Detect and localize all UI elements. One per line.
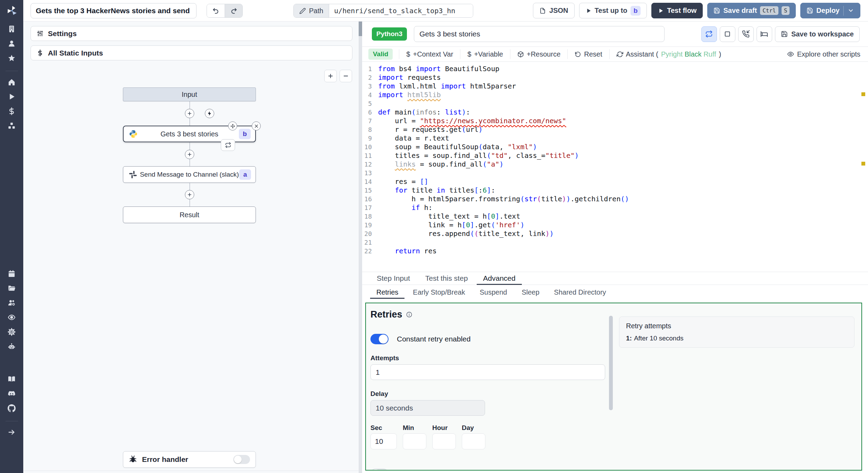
code-line[interactable]: 4import html5lib: [362, 91, 868, 99]
early-stop-button[interactable]: [720, 26, 735, 42]
zoom-in-button[interactable]: [324, 70, 337, 82]
add-context-var-button[interactable]: $ +Context Var: [399, 49, 460, 59]
exponential-backoff-toggle[interactable]: [370, 468, 389, 471]
add-variable-button[interactable]: $ +Variable: [460, 49, 510, 59]
delete-step-button[interactable]: [252, 121, 261, 130]
line-number: 20: [362, 229, 378, 238]
path-input[interactable]: [329, 4, 473, 17]
json-button[interactable]: JSON: [533, 3, 574, 18]
subtab-retries[interactable]: Retries: [369, 285, 406, 299]
windmill-logo[interactable]: [0, 0, 23, 22]
path-label[interactable]: Path: [294, 4, 329, 17]
discord-icon[interactable]: [8, 390, 16, 398]
code-line[interactable]: 18 title_text = h[0].text: [362, 212, 868, 221]
suspend-button[interactable]: [738, 26, 754, 42]
constant-retry-toggle[interactable]: [370, 334, 389, 344]
flow-settings-button[interactable]: Settings: [31, 26, 352, 41]
day-input[interactable]: [462, 433, 485, 449]
save-to-workspace-button[interactable]: Save to workspace: [775, 26, 860, 42]
subtab-shared-directory[interactable]: Shared Directory: [547, 285, 614, 299]
tab-test-this-step[interactable]: Test this step: [418, 272, 476, 285]
boxes-icon[interactable]: [8, 122, 16, 130]
code-line[interactable]: 3from lxml.html import html5parser: [362, 82, 868, 91]
move-step-button[interactable]: [228, 121, 237, 130]
undo-button[interactable]: [207, 4, 225, 17]
test-flow-button[interactable]: Test flow: [651, 3, 703, 18]
all-static-inputs-button[interactable]: All Static Inputs: [31, 45, 352, 60]
play-icon[interactable]: [8, 93, 16, 101]
code-line[interactable]: 16 h = html5parser.fromstring(str(title)…: [362, 195, 868, 203]
users-gear-icon[interactable]: [8, 299, 16, 307]
save-draft-button[interactable]: Save draft Ctrl S: [707, 3, 796, 18]
flow-node-result[interactable]: Result: [123, 206, 256, 223]
code-line[interactable]: 14 res = []: [362, 177, 868, 186]
attempts-input[interactable]: [370, 364, 605, 380]
code-line[interactable]: 2import requests: [362, 73, 868, 82]
eye-icon[interactable]: [8, 313, 16, 321]
trigger-button[interactable]: [205, 109, 214, 118]
error-handler-toggle[interactable]: [233, 455, 250, 464]
tab-advanced[interactable]: Advanced: [475, 272, 523, 285]
bot-icon[interactable]: [8, 343, 16, 350]
splitter-handle[interactable]: [359, 22, 362, 36]
panel-splitter[interactable]: [359, 22, 362, 473]
code-line[interactable]: 5: [362, 99, 868, 108]
code-line[interactable]: 21: [362, 238, 868, 247]
redo-button[interactable]: [225, 4, 242, 17]
scrollbar-thumb[interactable]: [609, 316, 613, 410]
min-input[interactable]: [403, 433, 426, 449]
retries-shortcut-button[interactable]: [701, 26, 717, 42]
insert-step-button[interactable]: [185, 150, 194, 159]
code-line[interactable]: 17 if h:: [362, 203, 868, 212]
flow-node-step-a[interactable]: Send Message to Channel (slack) a: [123, 166, 256, 183]
code-line[interactable]: 22 return res: [362, 247, 868, 255]
gear-icon[interactable]: [8, 328, 16, 336]
user-icon[interactable]: [8, 40, 16, 48]
calendar-icon[interactable]: [8, 270, 16, 278]
code-line[interactable]: 7 url = "https://news.ycombinator.com/ne…: [362, 117, 868, 125]
flow-node-step-b[interactable]: Gets 3 best stories b: [123, 126, 256, 142]
insert-step-button[interactable]: [185, 109, 194, 118]
subtab-sleep[interactable]: Sleep: [514, 285, 546, 299]
explore-other-scripts-button[interactable]: Explore other scripts: [787, 50, 868, 58]
code-line[interactable]: 12 links = soup.find_all("a"): [362, 160, 868, 169]
code-line[interactable]: 20 res.append((title_text, link)): [362, 229, 868, 238]
test-up-to-button[interactable]: Test up to b: [579, 3, 647, 18]
box-icon: [517, 51, 524, 58]
code-line[interactable]: 10 soup = BeautifulSoup(data, "lxml"): [362, 143, 868, 151]
code-line[interactable]: 19 link = h[0].get('href'): [362, 221, 868, 229]
code-line[interactable]: 15 for title in titles[:6]:: [362, 186, 868, 195]
arrow-right-icon[interactable]: [8, 428, 16, 436]
code-line[interactable]: 8 r = requests.get(url): [362, 125, 868, 134]
retries-scrollbar[interactable]: [609, 303, 613, 470]
building-icon[interactable]: [8, 25, 16, 33]
code-line[interactable]: 9 data = r.text: [362, 134, 868, 143]
code-line[interactable]: 11 titles = soup.find_all("td", class_="…: [362, 151, 868, 160]
subtab-early-stop-break[interactable]: Early Stop/Break: [406, 285, 472, 299]
code-line[interactable]: 1from bs4 import BeautifulSoup: [362, 65, 868, 73]
home-icon[interactable]: [8, 78, 16, 86]
reset-button[interactable]: Reset: [567, 49, 609, 59]
sleep-button[interactable]: [757, 26, 772, 42]
error-handler-node[interactable]: Error handler: [123, 451, 256, 468]
book-open-icon[interactable]: [8, 375, 16, 383]
assistant-button[interactable]: Assistant (Pyright Black Ruff): [609, 49, 728, 59]
flow-node-input[interactable]: Input: [123, 87, 256, 101]
sec-input[interactable]: [370, 433, 397, 449]
code-line[interactable]: 6def main(infos: list):: [362, 108, 868, 117]
zoom-out-button[interactable]: [340, 70, 352, 82]
code-editor[interactable]: 1from bs4 import BeautifulSoup2import re…: [362, 62, 868, 272]
dollar-icon[interactable]: [8, 107, 16, 115]
subtab-suspend[interactable]: Suspend: [472, 285, 514, 299]
star-icon[interactable]: [8, 54, 16, 62]
insert-step-button[interactable]: [185, 190, 194, 200]
github-icon[interactable]: [8, 404, 16, 412]
tab-step-input[interactable]: Step Input: [369, 272, 418, 285]
code-line[interactable]: 13: [362, 169, 868, 177]
hour-input[interactable]: [432, 433, 456, 449]
step-name-input[interactable]: [414, 26, 665, 42]
folder-open-icon[interactable]: [8, 284, 16, 292]
flow-title-input[interactable]: [31, 3, 197, 18]
add-resource-button[interactable]: +Resource: [510, 49, 567, 59]
deploy-button[interactable]: Deploy: [800, 3, 860, 18]
